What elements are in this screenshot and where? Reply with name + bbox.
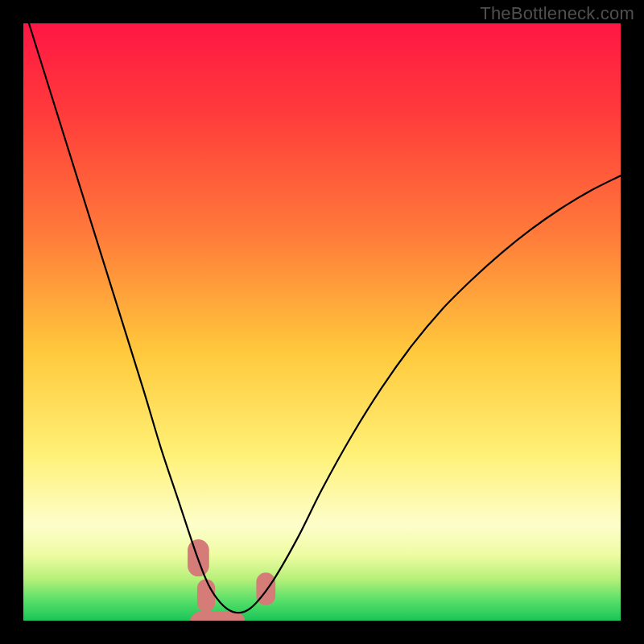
left-marker-lower [197,579,215,612]
watermark-text: TheBottleneck.com [480,3,634,24]
chart-svg [23,23,621,621]
gradient-background [23,23,621,621]
chart-frame: TheBottleneck.com [0,0,644,644]
plot-area [23,23,621,621]
